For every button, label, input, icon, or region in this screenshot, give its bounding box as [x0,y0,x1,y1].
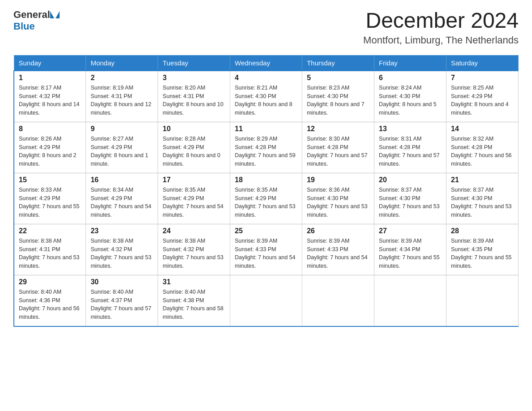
logo: General Blue [13,9,60,32]
day-number: 2 [90,74,153,82]
table-row: 11Sunrise: 8:29 AMSunset: 4:28 PMDayligh… [230,122,302,173]
table-row: 1Sunrise: 8:17 AMSunset: 4:32 PMDaylight… [14,71,86,122]
table-row: 6Sunrise: 8:24 AMSunset: 4:30 PMDaylight… [374,71,446,122]
day-info: Sunrise: 8:38 AMSunset: 4:32 PMDaylight:… [90,237,153,270]
day-number: 19 [307,176,369,184]
table-row: 2Sunrise: 8:19 AMSunset: 4:31 PMDaylight… [86,71,158,122]
month-title: December 2024 [363,9,519,33]
table-row: 8Sunrise: 8:26 AMSunset: 4:29 PMDaylight… [14,122,86,173]
table-row: 25Sunrise: 8:39 AMSunset: 4:33 PMDayligh… [230,224,302,275]
table-row: 22Sunrise: 8:38 AMSunset: 4:31 PMDayligh… [14,224,86,275]
day-info: Sunrise: 8:39 AMSunset: 4:33 PMDaylight:… [307,237,369,270]
table-row: 17Sunrise: 8:35 AMSunset: 4:29 PMDayligh… [158,173,230,224]
day-info: Sunrise: 8:34 AMSunset: 4:29 PMDaylight:… [90,186,153,219]
day-info: Sunrise: 8:26 AMSunset: 4:29 PMDaylight:… [19,135,81,168]
location-subtitle: Montfort, Limburg, The Netherlands [363,34,519,46]
day-info: Sunrise: 8:32 AMSunset: 4:28 PMDaylight:… [451,135,514,168]
table-row: 26Sunrise: 8:39 AMSunset: 4:33 PMDayligh… [302,224,374,275]
day-number: 8 [19,125,81,133]
day-number: 28 [451,227,514,235]
day-info: Sunrise: 8:17 AMSunset: 4:32 PMDaylight:… [19,84,81,117]
day-number: 9 [90,125,153,133]
logo-blue-text: Blue [13,21,35,32]
col-tuesday: Tuesday [158,55,230,71]
day-number: 20 [379,176,442,184]
day-number: 12 [307,125,369,133]
day-info: Sunrise: 8:21 AMSunset: 4:30 PMDaylight:… [235,84,297,117]
day-number: 17 [163,176,225,184]
table-row: 3Sunrise: 8:20 AMSunset: 4:31 PMDaylight… [158,71,230,122]
col-thursday: Thursday [302,55,374,71]
table-row: 10Sunrise: 8:28 AMSunset: 4:29 PMDayligh… [158,122,230,173]
day-number: 4 [235,74,297,82]
day-number: 22 [19,227,81,235]
day-info: Sunrise: 8:40 AMSunset: 4:38 PMDaylight:… [163,288,225,321]
table-row: 7Sunrise: 8:25 AMSunset: 4:29 PMDaylight… [446,71,519,122]
day-number: 3 [163,74,225,82]
day-number: 21 [451,176,514,184]
table-row: 15Sunrise: 8:33 AMSunset: 4:29 PMDayligh… [14,173,86,224]
calendar-week-3: 15Sunrise: 8:33 AMSunset: 4:29 PMDayligh… [14,173,519,224]
col-monday: Monday [86,55,158,71]
day-info: Sunrise: 8:36 AMSunset: 4:30 PMDaylight:… [307,186,369,219]
table-row [302,275,374,326]
col-wednesday: Wednesday [230,55,302,71]
table-row: 24Sunrise: 8:38 AMSunset: 4:32 PMDayligh… [158,224,230,275]
table-row: 23Sunrise: 8:38 AMSunset: 4:32 PMDayligh… [86,224,158,275]
table-row: 20Sunrise: 8:37 AMSunset: 4:30 PMDayligh… [374,173,446,224]
table-row: 27Sunrise: 8:39 AMSunset: 4:34 PMDayligh… [374,224,446,275]
day-info: Sunrise: 8:35 AMSunset: 4:29 PMDaylight:… [235,186,297,219]
col-sunday: Sunday [14,55,86,71]
table-row [230,275,302,326]
day-info: Sunrise: 8:37 AMSunset: 4:30 PMDaylight:… [451,186,514,219]
day-number: 16 [90,176,153,184]
table-row: 16Sunrise: 8:34 AMSunset: 4:29 PMDayligh… [86,173,158,224]
page-header: General Blue December 2024 Montfort, Lim… [13,9,519,46]
day-number: 1 [19,74,81,82]
table-row: 14Sunrise: 8:32 AMSunset: 4:28 PMDayligh… [446,122,519,173]
day-number: 14 [451,125,514,133]
day-info: Sunrise: 8:20 AMSunset: 4:31 PMDaylight:… [163,84,225,117]
day-info: Sunrise: 8:23 AMSunset: 4:30 PMDaylight:… [307,84,369,117]
table-row: 12Sunrise: 8:30 AMSunset: 4:28 PMDayligh… [302,122,374,173]
day-number: 7 [451,74,514,82]
calendar-table: Sunday Monday Tuesday Wednesday Thursday… [13,55,519,327]
day-info: Sunrise: 8:28 AMSunset: 4:29 PMDaylight:… [163,135,225,168]
day-info: Sunrise: 8:25 AMSunset: 4:29 PMDaylight:… [451,84,514,117]
table-row: 13Sunrise: 8:31 AMSunset: 4:28 PMDayligh… [374,122,446,173]
table-row: 21Sunrise: 8:37 AMSunset: 4:30 PMDayligh… [446,173,519,224]
day-info: Sunrise: 8:39 AMSunset: 4:35 PMDaylight:… [451,237,514,270]
calendar-week-5: 29Sunrise: 8:40 AMSunset: 4:36 PMDayligh… [14,275,519,326]
day-info: Sunrise: 8:37 AMSunset: 4:30 PMDaylight:… [379,186,442,219]
day-number: 13 [379,125,442,133]
table-row: 30Sunrise: 8:40 AMSunset: 4:37 PMDayligh… [86,275,158,326]
title-section: December 2024 Montfort, Limburg, The Net… [363,9,519,46]
day-number: 24 [163,227,225,235]
table-row: 31Sunrise: 8:40 AMSunset: 4:38 PMDayligh… [158,275,230,326]
day-info: Sunrise: 8:30 AMSunset: 4:28 PMDaylight:… [307,135,369,168]
day-number: 6 [379,74,442,82]
logo-general-text: General [13,9,50,21]
day-number: 26 [307,227,369,235]
day-info: Sunrise: 8:40 AMSunset: 4:36 PMDaylight:… [19,288,81,321]
day-number: 11 [235,125,297,133]
calendar-body: 1Sunrise: 8:17 AMSunset: 4:32 PMDaylight… [14,71,519,326]
table-row [446,275,519,326]
day-number: 27 [379,227,442,235]
day-number: 31 [163,278,225,286]
day-info: Sunrise: 8:38 AMSunset: 4:32 PMDaylight:… [163,237,225,270]
day-number: 5 [307,74,369,82]
calendar-week-4: 22Sunrise: 8:38 AMSunset: 4:31 PMDayligh… [14,224,519,275]
day-info: Sunrise: 8:33 AMSunset: 4:29 PMDaylight:… [19,186,81,219]
col-saturday: Saturday [446,55,519,71]
day-info: Sunrise: 8:29 AMSunset: 4:28 PMDaylight:… [235,135,297,168]
day-number: 25 [235,227,297,235]
day-info: Sunrise: 8:27 AMSunset: 4:29 PMDaylight:… [90,135,153,168]
table-row: 29Sunrise: 8:40 AMSunset: 4:36 PMDayligh… [14,275,86,326]
day-info: Sunrise: 8:19 AMSunset: 4:31 PMDaylight:… [90,84,153,117]
day-info: Sunrise: 8:39 AMSunset: 4:33 PMDaylight:… [235,237,297,270]
day-info: Sunrise: 8:24 AMSunset: 4:30 PMDaylight:… [379,84,442,117]
table-row: 5Sunrise: 8:23 AMSunset: 4:30 PMDaylight… [302,71,374,122]
col-friday: Friday [374,55,446,71]
day-number: 29 [19,278,81,286]
